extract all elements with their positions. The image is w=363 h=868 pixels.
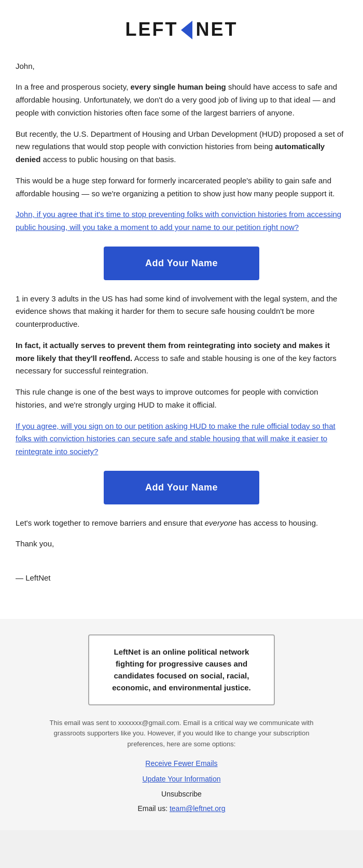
button-1-container: Add Your Name: [16, 247, 347, 280]
update-information-link[interactable]: Update Your Information: [143, 775, 221, 783]
logo-left: LEFT: [125, 15, 178, 45]
footer-link-fewer-emails: Receive Fewer Emails: [10, 757, 353, 770]
email-body: John, In a free and prosperous society, …: [0, 55, 363, 603]
link-paragraph-1[interactable]: John, if you agree that it's time to sto…: [16, 208, 347, 234]
email-footer: LeftNet is an online political network f…: [0, 619, 363, 830]
team-email-link[interactable]: team@leftnet.org: [170, 804, 226, 813]
footer-link-update-info: Update Your Information: [10, 773, 353, 785]
add-name-button-1[interactable]: Add Your Name: [104, 247, 259, 280]
email-container: LEFT NET John, In a free and prosperous …: [0, 0, 363, 830]
receive-fewer-emails-link[interactable]: Receive Fewer Emails: [145, 759, 217, 768]
logo-chevron-icon: [181, 21, 192, 39]
closing-paragraph: Let's work together to remove barriers a…: [16, 517, 347, 530]
signature: — LeftNet: [16, 559, 347, 585]
unsubscribe-container: Unsubscribe: [10, 788, 353, 800]
unsubscribe-label: Unsubscribe: [161, 790, 202, 798]
paragraph-3: This would be a huge step forward for fo…: [16, 175, 347, 200]
email-us-label: Email us:: [137, 804, 167, 813]
logo: LEFT NET: [125, 15, 238, 45]
org-description-box: LeftNet is an online political network f…: [88, 634, 275, 705]
paragraph-2: But recently, the U.S. Department of Hou…: [16, 128, 347, 166]
thank-you: Thank you,: [16, 538, 347, 551]
petition-link-2[interactable]: If you agree, will you sign on to our pe…: [16, 422, 336, 456]
petition-link-1[interactable]: John, if you agree that it's time to sto…: [16, 210, 341, 232]
add-name-button-2[interactable]: Add Your Name: [104, 471, 259, 504]
greeting: John,: [16, 60, 347, 73]
org-description-text: LeftNet is an online political network f…: [112, 647, 251, 692]
footer-email-container: Email us: team@leftnet.org: [10, 803, 353, 814]
link-paragraph-2[interactable]: If you agree, will you sign on to our pe…: [16, 420, 347, 458]
email-header: LEFT NET: [0, 0, 363, 55]
paragraph-6: This rule change is one of the best ways…: [16, 386, 347, 412]
paragraph-5: In fact, it actually serves to prevent t…: [16, 339, 347, 378]
paragraph-1: In a free and prosperous society, every …: [16, 81, 347, 119]
button-2-container: Add Your Name: [16, 471, 347, 504]
footer-disclaimer: This email was sent to xxxxxxx@gmail.com…: [47, 718, 316, 750]
paragraph-4: 1 in every 3 adults in the US has had so…: [16, 293, 347, 331]
logo-right: NET: [196, 15, 238, 45]
